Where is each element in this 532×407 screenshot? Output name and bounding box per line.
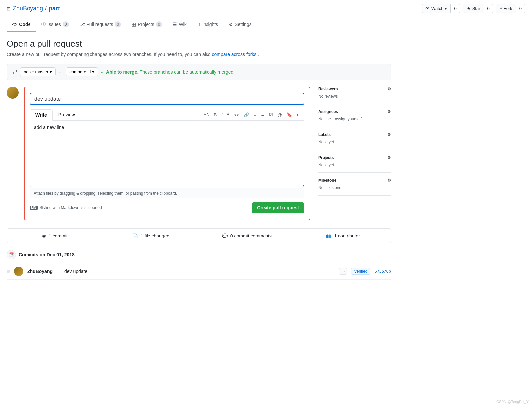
star-count: 0 xyxy=(484,4,493,13)
markdown-icon: MD xyxy=(30,206,38,210)
stat-comments: 💬 0 commit comments xyxy=(199,229,295,243)
editor-tabs: Write Preview AA B i ❝ <> 🔗 ≡ ≣ ☑ xyxy=(30,109,304,121)
compare-bar: ⇄ base: master ▾ ← compare: d ▾ ✓ Able t… xyxy=(7,64,391,80)
watch-label: Watch xyxy=(431,6,443,11)
star-group: ★ Star 0 xyxy=(463,4,493,13)
unordered-list-button[interactable]: ≡ xyxy=(252,112,258,118)
repo-link[interactable]: part xyxy=(49,5,60,12)
pr-badge: 0 xyxy=(115,21,121,27)
org-link[interactable]: ZhuBoyang xyxy=(13,5,43,12)
write-tab[interactable]: Write xyxy=(30,109,53,121)
ordered-list-button[interactable]: ≣ xyxy=(260,112,266,118)
header-actions: 👁 Watch ▾ 0 ★ Star 0 ⑂ Fork 0 xyxy=(422,4,525,13)
watch-count: 0 xyxy=(450,4,460,13)
contributors-icon: 👥 xyxy=(326,233,331,238)
pr-title-input[interactable] xyxy=(30,93,304,105)
assignees-gear-icon[interactable]: ⚙ xyxy=(387,109,391,114)
user-avatar-col xyxy=(7,87,20,220)
projects-gear-icon[interactable]: ⚙ xyxy=(387,155,391,160)
pr-body-textarea[interactable]: add a new line xyxy=(30,121,304,187)
assignees-label: Assignees xyxy=(318,109,338,114)
tab-code[interactable]: <> Code xyxy=(7,18,36,32)
issues-icon: ⓘ xyxy=(41,21,46,27)
compare-forks-link[interactable]: compare across forks xyxy=(212,52,256,57)
commits-icon: ◉ xyxy=(42,233,46,238)
labels-value: None yet xyxy=(318,140,391,144)
attach-area: Attach files by dragging & dropping, sel… xyxy=(30,188,304,198)
tab-insights-label: Insights xyxy=(202,22,218,27)
chevron-down-icon: ▾ xyxy=(445,6,447,11)
sidebar-reviewers: Reviewers ⚙ No reviews xyxy=(318,87,391,104)
bold-button[interactable]: B xyxy=(212,112,218,118)
tab-code-label: Code xyxy=(19,22,30,27)
star-button[interactable]: ★ Star xyxy=(463,4,484,13)
reviewers-gear-icon[interactable]: ⚙ xyxy=(387,87,391,91)
base-branch-button[interactable]: base: master ▾ xyxy=(20,67,56,76)
stat-commits: ◉ 1 commit xyxy=(7,229,103,243)
projects-sidebar-label: Projects xyxy=(318,155,334,160)
mention-button[interactable]: @ xyxy=(276,112,283,118)
settings-icon: ⚙ xyxy=(229,22,233,27)
commits-date: 📅 Commits on Dec 01, 2018 xyxy=(7,250,391,259)
text-size-button[interactable]: AA xyxy=(202,112,210,118)
sidebar-labels: Labels ⚙ None yet xyxy=(318,127,391,150)
reviewers-label: Reviewers xyxy=(318,87,338,91)
fork-button[interactable]: ⑂ Fork xyxy=(496,4,516,13)
tab-pull-requests[interactable]: ⎇ Pull requests 0 xyxy=(74,17,127,32)
milestone-value: No milestone xyxy=(318,185,391,190)
compare-branch-button[interactable]: compare: d ▾ xyxy=(66,67,98,76)
stat-comments-label: 0 commit comments xyxy=(230,233,272,238)
editor-body: add a new line xyxy=(30,121,304,188)
commit-sha-link[interactable]: 675576b xyxy=(374,269,391,274)
code-button[interactable]: <> xyxy=(233,112,240,118)
main-layout: Write Preview AA B i ❝ <> 🔗 ≡ ≣ ☑ xyxy=(7,87,391,220)
tab-issues[interactable]: ⓘ Issues 0 xyxy=(36,17,74,32)
markdown-hint-text: Styling with Markdown is supported xyxy=(40,205,102,210)
watch-group: 👁 Watch ▾ 0 xyxy=(422,4,460,13)
projects-icon: ▦ xyxy=(132,22,136,27)
page-title: Open a pull request xyxy=(7,39,391,49)
compare-branch-label: compare: d xyxy=(69,69,91,74)
assignees-header: Assignees ⚙ xyxy=(318,109,391,114)
merge-status: ✓ Able to merge. These branches can be a… xyxy=(101,69,235,75)
fork-group: ⑂ Fork 0 xyxy=(496,4,525,13)
tab-wiki[interactable]: ☰ Wiki xyxy=(167,18,193,32)
watch-button[interactable]: 👁 Watch ▾ xyxy=(422,4,450,13)
table-row: ZhuBoyang dev update ··· Verified 675576… xyxy=(7,263,391,280)
milestone-label: Milestone xyxy=(318,178,336,183)
link-button[interactable]: 🔗 xyxy=(242,112,250,118)
arrow-right-icon: ← xyxy=(58,69,63,75)
tab-projects[interactable]: ▦ Projects 0 xyxy=(126,17,167,32)
commits-section: 📅 Commits on Dec 01, 2018 ZhuBoyang dev … xyxy=(7,250,391,280)
reply-button[interactable]: ↩ xyxy=(295,112,302,118)
tab-issues-label: Issues xyxy=(47,22,61,27)
stat-files: 📄 1 file changed xyxy=(103,229,199,243)
create-pr-button[interactable]: Create pull request xyxy=(252,202,304,213)
star-icon: ★ xyxy=(467,6,471,11)
task-list-button[interactable]: ☑ xyxy=(268,112,274,118)
verified-badge: Verified xyxy=(351,268,370,275)
editor-toolbar: AA B i ❝ <> 🔗 ≡ ≣ ☑ @ 🔖 ↩ xyxy=(202,112,304,118)
tab-settings-label: Settings xyxy=(235,22,252,27)
sidebar-assignees: Assignees ⚙ No one—assign yourself xyxy=(318,104,391,127)
reviewers-header: Reviewers ⚙ xyxy=(318,87,391,91)
repo-icon: ⊡ xyxy=(7,6,11,11)
stat-files-label: 1 file changed xyxy=(141,233,169,238)
tab-wiki-label: Wiki xyxy=(179,22,187,27)
labels-gear-icon[interactable]: ⚙ xyxy=(387,132,391,137)
tab-settings[interactable]: ⚙ Settings xyxy=(223,18,257,32)
comments-icon: 💬 xyxy=(222,233,228,238)
compare-arrows-icon: ⇄ xyxy=(12,68,17,76)
stat-contributors: 👥 1 contributor xyxy=(295,229,391,243)
pr-form-area: Write Preview AA B i ❝ <> 🔗 ≡ ≣ ☑ xyxy=(24,87,310,220)
preview-tab[interactable]: Preview xyxy=(53,109,81,120)
fork-label: Fork xyxy=(504,6,512,11)
bookmark-button[interactable]: 🔖 xyxy=(285,112,293,118)
commit-more-button[interactable]: ··· xyxy=(339,268,347,275)
quote-button[interactable]: ❝ xyxy=(226,112,231,118)
eye-icon: 👁 xyxy=(425,6,430,11)
italic-button[interactable]: i xyxy=(220,112,224,118)
avatar xyxy=(7,87,19,99)
milestone-gear-icon[interactable]: ⚙ xyxy=(387,178,391,183)
tab-insights[interactable]: ↑ Insights xyxy=(193,18,223,32)
